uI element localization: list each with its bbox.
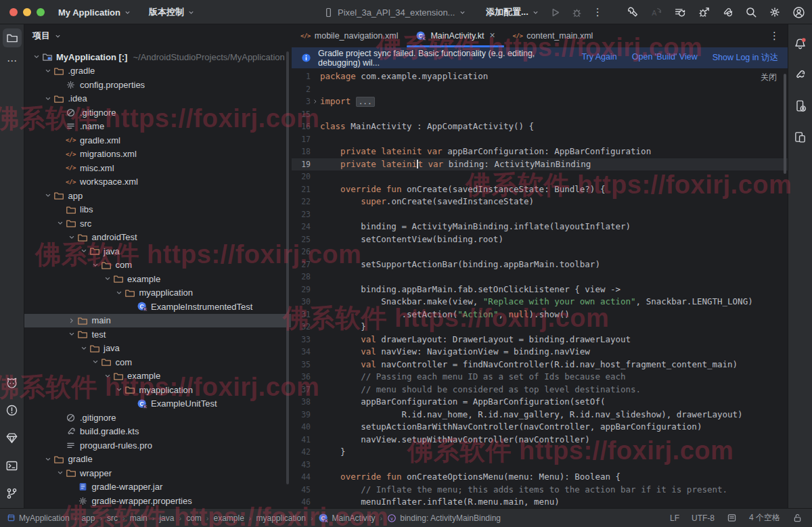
breadcrumb-item-src[interactable]: src <box>107 513 118 523</box>
project-panel-header[interactable]: 项目 <box>32 24 62 47</box>
tree-item-exampleunittest[interactable]: CKExampleUnitTest <box>24 397 291 411</box>
chevron-expanded-icon[interactable] <box>114 289 125 297</box>
line-ending-indicator[interactable]: LF <box>670 513 679 523</box>
breadcrumb-item-myapplication[interactable]: MyApplication <box>7 513 70 523</box>
chevron-expanded-icon[interactable] <box>78 344 89 352</box>
tab-options-icon[interactable]: ⋮ <box>769 32 780 39</box>
code-line-36[interactable]: 36 // Passing each menu ID as a set of I… <box>292 371 788 384</box>
tree-item--gradle[interactable]: .gradle <box>24 64 291 78</box>
code-line-35[interactable]: 35 val navController = findNavController… <box>292 359 788 371</box>
tree-item--idea[interactable]: .idea <box>24 92 291 106</box>
close-tab-icon[interactable]: × <box>488 31 495 41</box>
code-line-15[interactable]: 15 <box>292 108 788 121</box>
banner-action-open-build-view[interactable]: Open 'Build' View <box>632 52 698 64</box>
tree-item-app[interactable]: app <box>24 189 291 203</box>
code-line-39[interactable]: 39 R.id.nav_home, R.id.nav_gallery, R.id… <box>292 409 788 421</box>
code-line-37[interactable]: 37 // menu should be considered as top l… <box>292 384 788 396</box>
tree-item-myapplication-[interactable]: MyApplication [:]~/AndroidStudioProjects… <box>24 50 291 64</box>
chevron-expanded-icon[interactable] <box>43 191 53 200</box>
tree-item-myapplication[interactable]: myapplication <box>24 383 291 397</box>
code-line-1[interactable]: 1package com.example.myapplication <box>292 70 788 83</box>
code-line-38[interactable]: 38 appBarConfiguration = AppBarConfigura… <box>292 396 788 409</box>
tree-item-gradle[interactable]: gradle <box>24 453 291 467</box>
editor-scrollbar[interactable] <box>784 74 786 174</box>
chevron-expanded-icon[interactable] <box>102 372 112 380</box>
app-quality-insights-button[interactable] <box>3 428 22 447</box>
tree-item-java[interactable]: java <box>24 342 291 356</box>
code-line-25[interactable]: 25 setContentView(binding.root) <box>292 233 788 246</box>
gradle-tool-window-button[interactable] <box>791 65 810 84</box>
chevron-expanded-icon[interactable] <box>78 247 89 255</box>
problems-tool-window-button[interactable] <box>3 400 22 419</box>
indent-indicator[interactable]: 4 个空格 <box>749 512 780 524</box>
tree-item-androidtest[interactable]: androidTest <box>24 231 291 245</box>
project-menu[interactable]: My Application <box>58 7 131 18</box>
code-line-19[interactable]: 19 private lateinit var binding: Activit… <box>292 158 788 171</box>
chevron-collapsed-icon[interactable] <box>67 317 77 325</box>
file-lock-toggle[interactable] <box>792 513 803 523</box>
tree-item-example[interactable]: example <box>24 272 291 286</box>
fold-marker-icon[interactable] <box>311 95 320 108</box>
tree-item-migrations-xml[interactable]: </>migrations.xml <box>24 147 291 162</box>
tree-item-example[interactable]: example <box>24 369 291 384</box>
terminal-tool-window-button[interactable] <box>3 456 22 475</box>
breadcrumb-item-java[interactable]: java <box>159 513 174 523</box>
version-control-tool-window-button[interactable] <box>3 484 22 503</box>
profiler-button[interactable] <box>698 6 710 18</box>
code-line-45[interactable]: 45 // Inflate the menu; this adds items … <box>292 484 788 497</box>
code-line-17[interactable]: 17 <box>292 133 788 146</box>
code-line-44[interactable]: 44 override fun onCreateOptionsMenu(menu… <box>292 471 788 484</box>
code-line-27[interactable]: 27 setSupportActionBar(binding.appBarMai… <box>292 258 788 271</box>
code-line-18[interactable]: 18 private lateinit var appBarConfigurat… <box>292 145 788 158</box>
tree-item--gitignore[interactable]: .gitignore <box>24 106 291 120</box>
code-line-33[interactable]: 33 val drawerLayout: DrawerLayout = bind… <box>292 334 788 346</box>
tree-item-misc-xml[interactable]: </>misc.xml <box>24 161 291 175</box>
code-line-26[interactable]: 26 <box>292 246 788 258</box>
build-button[interactable] <box>627 6 639 18</box>
gradle-sync-button[interactable] <box>721 6 734 18</box>
code-line-29[interactable]: 29 binding.appBarMain.fab.setOnClickList… <box>292 283 788 296</box>
editor-tab-content-main-xml[interactable]: </>content_main.xml <box>504 24 602 47</box>
tree-item-gradle-wrapper-jar[interactable]: gradle-wrapper.jar <box>24 480 291 495</box>
encoding-indicator[interactable]: UTF-8 <box>692 513 715 523</box>
tree-item-gradle-xml[interactable]: </>gradle.xml <box>24 133 291 147</box>
tree-item-wrapper[interactable]: wrapper <box>24 466 291 480</box>
apply-changes-button[interactable] <box>674 6 686 18</box>
more-tool-windows-button[interactable]: ⋯ <box>3 51 22 70</box>
banner-action-try-again[interactable]: Try Again <box>581 52 616 64</box>
code-line-31[interactable]: 31 .setAction("Action", null).show() <box>292 308 788 321</box>
code-line-21[interactable]: 21 override fun onCreate(savedInstanceSt… <box>292 183 788 196</box>
code-line-46[interactable]: 46 menuInflater.inflate(R.menu.main, men… <box>292 496 788 508</box>
tree-item-exampleinstrumentedtest[interactable]: CKExampleInstrumentedTest <box>24 300 291 314</box>
code-line-16[interactable]: 16class MainActivity : AppCompatActivity… <box>292 120 788 133</box>
notifications-button[interactable] <box>791 34 810 53</box>
chevron-expanded-icon[interactable] <box>102 275 112 283</box>
code-line-40[interactable]: 40 setupActionBarWithNavController(navCo… <box>292 421 788 434</box>
settings-button[interactable] <box>769 6 781 18</box>
code-line-42[interactable]: 42 } <box>292 446 788 459</box>
zoom-window-button[interactable] <box>37 8 45 16</box>
run-button[interactable] <box>549 7 561 18</box>
code-line-30[interactable]: 30 Snackbar.make(view, "Replace with you… <box>292 296 788 308</box>
chevron-expanded-icon[interactable] <box>67 233 77 242</box>
chevron-expanded-icon[interactable] <box>55 219 65 227</box>
code-line-2[interactable]: 2 <box>292 83 788 96</box>
breadcrumb-item-mainactivity[interactable]: CKMainActivity <box>318 513 376 524</box>
editor-tab-mainactivity-kt[interactable]: CKMainActivity.kt× <box>407 24 503 47</box>
project-tree-scrollbar[interactable] <box>286 51 289 484</box>
logcat-tool-window-button[interactable] <box>3 373 22 392</box>
breadcrumb-item-example[interactable]: example <box>213 513 244 523</box>
account-button[interactable] <box>792 6 805 19</box>
code-line-20[interactable]: 20 <box>292 170 788 183</box>
tree-item-test[interactable]: test <box>24 327 291 342</box>
reader-mode-toggle[interactable] <box>727 513 737 523</box>
code-editor[interactable]: 关闭 1package com.example.myapplication23i… <box>292 68 788 508</box>
banner-close-link[interactable]: 关闭 <box>761 72 777 83</box>
tree-item--name[interactable]: .name <box>24 120 291 134</box>
chevron-expanded-icon[interactable] <box>91 358 101 366</box>
chevron-expanded-icon[interactable] <box>43 455 53 463</box>
device-manager-button[interactable] <box>791 96 810 115</box>
chevron-expanded-icon[interactable] <box>55 469 65 477</box>
tree-item--gitignore[interactable]: .gitignore <box>24 411 291 425</box>
run-configuration-selector[interactable]: 添加配置... <box>486 6 539 18</box>
